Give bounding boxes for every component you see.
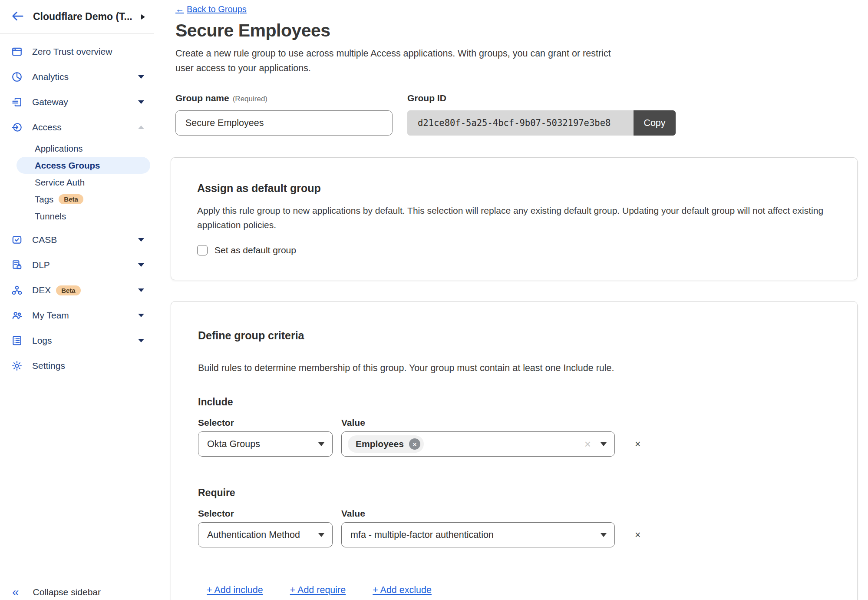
- copy-button[interactable]: Copy: [634, 110, 676, 136]
- sidebar-item-tunnels[interactable]: Tunnels: [17, 208, 150, 225]
- add-exclude-link[interactable]: + Add exclude: [373, 585, 432, 596]
- rule-actions-row: + Add include + Add require + Add exclud…: [207, 585, 831, 596]
- value-label: Value: [341, 418, 615, 428]
- sidebar-item-zero-trust-overview[interactable]: Zero Trust overview: [0, 39, 154, 64]
- card-title: Define group criteria: [198, 329, 831, 342]
- chevron-down-icon[interactable]: [138, 314, 144, 317]
- group-id-block: Group ID d21ce80f-5a25-4bcf-9b07-5032197…: [407, 93, 676, 136]
- sidebar-item-casb[interactable]: CASB: [0, 227, 154, 252]
- define-group-criteria-card: Define group criteria Build rules to det…: [171, 301, 858, 600]
- sidebar-item-tags[interactable]: Tags Beta: [17, 191, 150, 208]
- set-default-group-row[interactable]: Set as default group: [197, 245, 831, 255]
- sidebar: Cloudflare Demo (T... Zero Trust overvie…: [0, 0, 154, 600]
- sidebar-header: Cloudflare Demo (T...: [0, 0, 154, 34]
- cloud-check-icon: [11, 234, 23, 245]
- chevron-right-icon[interactable]: [141, 14, 145, 20]
- group-name-label: Group name: [175, 93, 229, 103]
- network-nodes-icon: [11, 285, 23, 296]
- assign-default-group-card: Assign as default group Apply this rule …: [171, 157, 858, 280]
- gear-icon: [11, 360, 23, 371]
- remove-tag-icon[interactable]: ×: [409, 438, 420, 450]
- chevron-down-icon[interactable]: [138, 100, 144, 104]
- checkbox-label: Set as default group: [215, 245, 296, 255]
- main-content: ← Back to Groups Secure Employees Create…: [154, 0, 868, 600]
- chevron-down-icon: [601, 442, 607, 446]
- back-arrow-icon[interactable]: [11, 10, 24, 24]
- require-value-dropdown[interactable]: mfa - multiple-factor authentication: [341, 522, 615, 547]
- window-icon: [11, 46, 23, 57]
- card-title: Assign as default group: [197, 182, 831, 195]
- card-description: Apply this rule group to new application…: [197, 203, 827, 232]
- include-selector-dropdown[interactable]: Okta Groups: [198, 431, 333, 457]
- gateway-icon: [11, 96, 23, 108]
- card-description: Build rules to determine membership of t…: [198, 363, 831, 374]
- require-rule-row: Authentication Method mfa - multiple-fac…: [198, 522, 831, 547]
- chevron-up-icon[interactable]: [138, 126, 144, 129]
- pie-chart-icon: [11, 71, 23, 83]
- require-heading: Require: [198, 487, 831, 499]
- list-icon: [11, 335, 23, 346]
- group-identity-row: Group name(Required) Group ID d21ce80f-5…: [175, 93, 858, 136]
- chevron-down-icon[interactable]: [138, 238, 144, 242]
- remove-require-rule-button[interactable]: ×: [635, 529, 831, 541]
- group-name-input[interactable]: [175, 110, 393, 136]
- sidebar-item-gateway[interactable]: Gateway: [0, 90, 154, 115]
- remove-include-rule-button[interactable]: ×: [635, 438, 831, 450]
- clear-values-icon[interactable]: ×: [584, 438, 591, 450]
- sidebar-item-settings[interactable]: Settings: [0, 353, 154, 378]
- sidebar-item-my-team[interactable]: My Team: [0, 303, 154, 328]
- required-hint: (Required): [233, 95, 267, 103]
- document-lock-icon: [11, 259, 23, 271]
- group-name-block: Group name(Required): [175, 93, 393, 136]
- sidebar-item-dlp[interactable]: DLP: [0, 252, 154, 278]
- value-tag: Employees ×: [348, 435, 424, 453]
- chevron-down-icon[interactable]: [138, 75, 144, 79]
- include-heading: Include: [198, 396, 831, 408]
- include-rule-row: Okta Groups Employees × × ×: [198, 431, 831, 457]
- double-chevron-left-icon: «: [12, 586, 19, 598]
- selector-label: Selector: [198, 418, 333, 428]
- group-id-label: Group ID: [407, 93, 676, 103]
- require-selector-dropdown[interactable]: Authentication Method: [198, 522, 333, 547]
- arrow-left-icon: ←: [175, 4, 184, 14]
- sidebar-item-dex[interactable]: DEX Beta: [0, 278, 154, 303]
- chevron-down-icon: [318, 533, 324, 537]
- include-value-multiselect[interactable]: Employees × ×: [341, 431, 615, 457]
- sidebar-item-access-groups[interactable]: Access Groups: [17, 157, 150, 174]
- chevron-down-icon[interactable]: [138, 339, 144, 342]
- chevron-down-icon: [601, 533, 607, 537]
- page-description: Create a new rule group to use across mu…: [175, 46, 614, 76]
- sidebar-item-service-auth[interactable]: Service Auth: [17, 174, 150, 191]
- sidebar-item-access[interactable]: Access: [0, 115, 154, 140]
- selector-label: Selector: [198, 508, 333, 519]
- chevron-down-icon[interactable]: [138, 263, 144, 267]
- chevron-down-icon[interactable]: [138, 288, 144, 292]
- beta-badge: Beta: [56, 285, 81, 295]
- sidebar-item-applications[interactable]: Applications: [17, 140, 150, 157]
- add-require-link[interactable]: + Add require: [290, 585, 346, 596]
- chevron-down-icon: [318, 442, 324, 446]
- add-include-link[interactable]: + Add include: [207, 585, 263, 596]
- login-arrow-icon: [11, 122, 23, 133]
- page-title: Secure Employees: [175, 20, 858, 41]
- beta-badge: Beta: [59, 194, 83, 204]
- sidebar-nav: Zero Trust overview Analytics Gateway: [0, 34, 154, 378]
- back-to-groups-link[interactable]: ← Back to Groups: [175, 4, 247, 14]
- sidebar-item-logs[interactable]: Logs: [0, 328, 154, 353]
- sidebar-item-analytics[interactable]: Analytics: [0, 64, 154, 90]
- account-title: Cloudflare Demo (T...: [33, 11, 132, 23]
- users-icon: [11, 310, 23, 321]
- group-id-value: d21ce80f-5a25-4bcf-9b07-5032197e3be8: [407, 110, 634, 136]
- collapse-sidebar-button[interactable]: « Collapse sidebar: [0, 578, 154, 600]
- set-default-group-checkbox[interactable]: [197, 245, 208, 255]
- value-label: Value: [341, 508, 615, 519]
